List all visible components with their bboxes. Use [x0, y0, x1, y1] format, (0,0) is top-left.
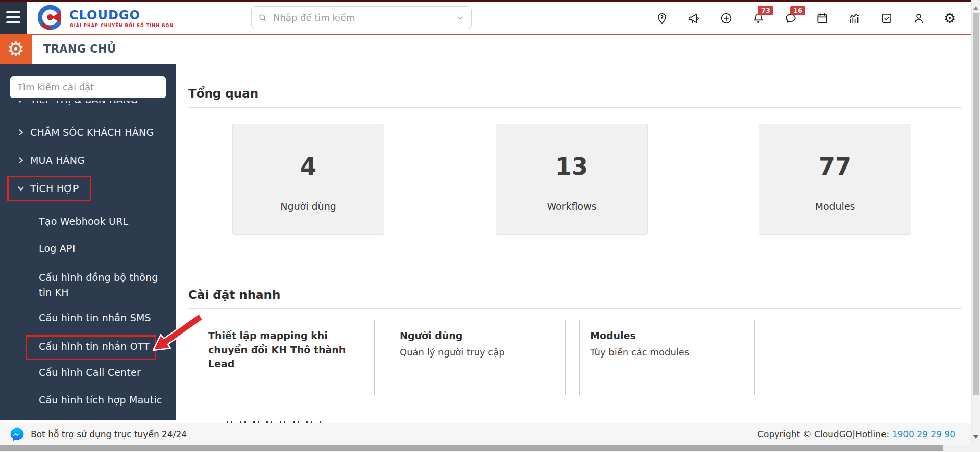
stat-card-workflows: 13 Workflows [496, 124, 648, 235]
quick-card-mapping[interactable]: Thiết lập mapping khi chuyển đổi KH Thô … [198, 320, 375, 395]
settings-sidebar: TIẾP THỊ & BÁN HÀNG CHĂM SÓC KHÁCH HÀNG … [0, 64, 176, 420]
horizontal-scrollbar[interactable] [0, 445, 980, 452]
quick-card-title: Modules [590, 329, 744, 343]
plus-circle-icon [720, 12, 733, 25]
chevron-right-icon [17, 101, 24, 103]
stat-card-users: 4 Người dùng [232, 124, 384, 235]
quick-card-title: Người dùng [400, 329, 555, 343]
stat-value: 4 [233, 153, 384, 180]
sidebar-item-tao-webhook-url[interactable]: Tạo Webhook URL [39, 216, 128, 227]
chevron-down-icon [17, 185, 24, 192]
calendar-icon [816, 12, 829, 25]
profile-button[interactable] [912, 12, 925, 25]
main-content: Tổng quan 4 Người dùng 13 Workflows 77 M… [176, 64, 971, 423]
quick-card-modules[interactable]: Modules Tùy biến các modules [579, 320, 755, 395]
accent-line [32, 34, 971, 35]
global-search-input[interactable] [273, 12, 456, 23]
analytics-button[interactable] [848, 12, 861, 25]
quick-add-button[interactable] [720, 12, 733, 25]
hotline-link[interactable]: 1900 29 29 90 [892, 429, 955, 439]
cloudgo-logo-text: CLOUDGO [69, 8, 140, 22]
quick-card-users[interactable]: Người dùng Quản lý người truy cập [389, 320, 566, 395]
quick-card-subtitle: Quản lý người truy cập [400, 347, 555, 358]
chart-icon [848, 12, 861, 25]
message-badge: 16 [790, 6, 805, 15]
scroll-up-arrow[interactable] [973, 6, 978, 10]
stat-label: Modules [760, 201, 911, 212]
stat-label: Workflows [496, 201, 647, 212]
sidebar-item-call-center[interactable]: Cấu hình Call Center [39, 367, 141, 378]
search-scope-chevron-down-icon[interactable] [456, 13, 465, 22]
stat-card-modules: 77 Modules [759, 124, 911, 235]
sidebar-item-dong-bo-thong-tin-kh[interactable]: Cấu hình đồng bộ thông tin KH [39, 270, 164, 300]
sidebar-item-log-api[interactable]: Log API [39, 243, 75, 254]
gear-icon: ⚙ [7, 38, 24, 60]
sidebar-item-label: MUA HÀNG [30, 155, 85, 166]
scroll-down-arrow[interactable] [973, 435, 978, 439]
svg-text:?: ? [660, 14, 664, 20]
sidebar-item-tin-nhan-ott[interactable]: Cấu hình tin nhắn OTT [39, 341, 150, 352]
highlight-box-ott: Cấu hình tin nhắn OTT [26, 335, 156, 360]
tasks-button[interactable] [880, 12, 893, 25]
messages-button[interactable]: 16 [784, 12, 797, 25]
copyright-text: Copyright © CloudGO|Hotline: 1900 29 29 … [757, 423, 955, 445]
footer-bar: Bot hỗ trợ sử dụng trực tuyến 24/24 Copy… [0, 423, 971, 445]
messenger-icon[interactable] [9, 426, 25, 442]
notification-badge: 73 [758, 6, 773, 15]
divider [188, 308, 962, 309]
calendar-button[interactable] [816, 12, 829, 25]
settings-button[interactable]: ⚙ [944, 12, 957, 25]
hamburger-icon [6, 11, 20, 27]
notifications-button[interactable]: 73 [752, 12, 765, 25]
sidebar-item-tich-hop[interactable]: TÍCH HỢP [17, 177, 79, 200]
cloudgo-app: CLOUDGO GIẢI PHÁP CHUYỂN ĐỔI SỐ TINH GỌN… [0, 0, 980, 452]
sidebar-item-label: TÍCH HỢP [30, 183, 79, 194]
copyright-label: Copyright © CloudGO [757, 429, 852, 439]
chevron-right-icon [17, 157, 24, 164]
quick-settings-section-title: Cài đặt nhanh [188, 288, 280, 301]
divider [188, 107, 962, 108]
breadcrumb-bar [0, 35, 971, 64]
overview-section-title: Tổng quan [188, 87, 258, 100]
quick-card-subtitle: Tùy biến các modules [590, 347, 744, 358]
vertical-scrollbar-thumb[interactable] [973, 13, 979, 395]
sidebar-item-label: CHĂM SÓC KHÁCH HÀNG [30, 127, 154, 138]
horizontal-scrollbar-thumb[interactable] [0, 445, 943, 451]
user-icon [912, 12, 925, 25]
announcements-button[interactable] [687, 12, 700, 25]
settings-gear-tile[interactable]: ⚙ [0, 34, 32, 64]
cloudgo-logo-icon[interactable] [37, 4, 63, 31]
sidebar-item-tin-nhan-sms[interactable]: Cấu hình tin nhắn SMS [39, 312, 151, 323]
chevron-right-icon [17, 129, 24, 136]
sidebar-item-tich-hop-mautic[interactable]: Cấu hình tích hợp Mautic [39, 394, 162, 406]
sidebar-item-label: TIẾP THỊ & BÁN HÀNG [30, 101, 138, 105]
stat-value: 13 [496, 153, 647, 180]
global-search[interactable] [251, 6, 472, 29]
hamburger-menu-button[interactable] [0, 2, 27, 34]
sidebar-item-mua-hang[interactable]: MUA HÀNG [17, 155, 85, 166]
quick-card-title: Thiết lập mapping khi chuyển đổi KH Thô … [208, 329, 364, 371]
checkbox-check-icon [880, 12, 893, 25]
megaphone-icon [687, 12, 700, 25]
support-text: Bot hỗ trợ sử dụng trực tuyến 24/24 [31, 423, 187, 445]
vertical-scrollbar[interactable] [971, 0, 980, 445]
highlight-box-tich-hop: TÍCH HỢP [7, 176, 91, 201]
location-help-button[interactable]: ? [655, 12, 669, 25]
sidebar-search-input[interactable] [10, 76, 166, 98]
sidebar-item-tiep-thi-clipped[interactable]: TIẾP THỊ & BÁN HÀNG [17, 101, 170, 113]
cloudgo-logo-tagline: GIẢI PHÁP CHUYỂN ĐỔI SỐ TINH GỌN [70, 23, 174, 28]
quick-card-clipped[interactable] [215, 416, 385, 423]
stat-label: Người dùng [233, 201, 384, 212]
page-title: TRANG CHỦ [43, 34, 116, 64]
sidebar-item-cham-soc-khach-hang[interactable]: CHĂM SÓC KHÁCH HÀNG [17, 127, 154, 138]
pin-question-icon: ? [655, 12, 669, 25]
stat-value: 77 [760, 153, 911, 180]
top-header: CLOUDGO GIẢI PHÁP CHUYỂN ĐỔI SỐ TINH GỌN… [0, 2, 971, 34]
search-icon [258, 13, 268, 23]
gear-icon: ⚙ [944, 10, 956, 26]
hotline-label: Hotline: [855, 429, 892, 439]
